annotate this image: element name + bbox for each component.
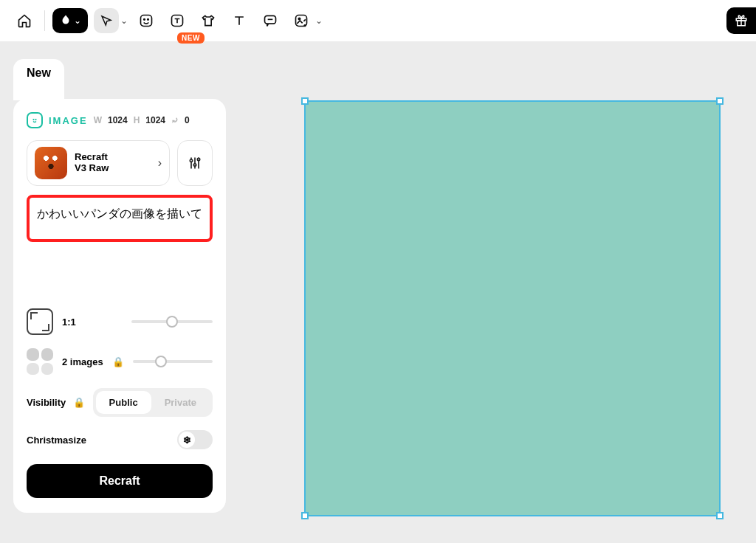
- svg-point-9: [33, 120, 34, 120]
- christmasize-label: Christmasize: [27, 435, 86, 446]
- model-name-line1: Recraft: [75, 152, 109, 163]
- tab-new[interactable]: New: [13, 59, 64, 100]
- model-thumbnail: [35, 147, 67, 179]
- visibility-segmented: Public Private: [93, 388, 213, 417]
- aspect-ratio-row: 1:1: [27, 308, 213, 335]
- prompt-input[interactable]: かわいいパンダの画像を描いて: [27, 195, 213, 242]
- image-count-row: 2 images 🔒: [27, 348, 213, 375]
- snowflake-icon: ❄: [179, 432, 195, 448]
- visibility-row: Visibility 🔒 Public Private: [27, 388, 213, 417]
- resize-handle-br[interactable]: [716, 512, 724, 519]
- comment-tool-button[interactable]: [258, 8, 283, 33]
- model-name-line2: V3 Raw: [75, 163, 109, 174]
- model-selector[interactable]: Recraft V3 Raw ›: [27, 140, 170, 186]
- new-badge: NEW: [177, 32, 205, 44]
- image-count-label: 2 images: [62, 356, 103, 367]
- brand-tool-combo[interactable]: ⌄: [52, 8, 88, 33]
- recraft-button[interactable]: Recraft: [27, 464, 213, 498]
- toolbar-separator: [44, 10, 45, 31]
- aspect-ratio-slider[interactable]: [131, 320, 213, 323]
- select-tool-combo[interactable]: ⌄: [94, 8, 128, 33]
- visibility-label: Visibility: [27, 397, 66, 408]
- image-count-slider[interactable]: [133, 360, 213, 363]
- top-toolbar: ⌄ ⌄ ⌄: [0, 0, 756, 41]
- svg-point-10: [35, 120, 36, 120]
- svg-rect-0: [141, 15, 152, 27]
- chevron-down-icon[interactable]: ⌄: [120, 15, 128, 26]
- canvas-selection[interactable]: [304, 100, 721, 516]
- resize-handle-tl[interactable]: [301, 97, 309, 105]
- model-row: Recraft V3 Raw ›: [27, 140, 213, 186]
- visibility-public[interactable]: Public: [96, 391, 151, 414]
- adjust-button[interactable]: [177, 140, 213, 186]
- width-value: 1024: [108, 115, 128, 125]
- image-type-label: IMAGE: [49, 115, 88, 126]
- generation-panel: IMAGE W 1024 H 1024 ⤾ 0 Recraft V3 Raw ›…: [13, 99, 226, 513]
- lock-icon: 🔒: [112, 356, 124, 367]
- brand-tool-button[interactable]: ⌄: [52, 8, 88, 33]
- svg-point-2: [148, 19, 149, 21]
- aspect-ratio-label: 1:1: [62, 317, 76, 328]
- face-tool-button[interactable]: [134, 8, 159, 33]
- visibility-private[interactable]: Private: [151, 391, 210, 414]
- svg-point-6: [298, 18, 300, 20]
- height-label: H: [134, 115, 140, 125]
- resize-handle-tr[interactable]: [716, 97, 724, 105]
- apparel-tool-button[interactable]: [196, 8, 221, 33]
- image-type-icon: [27, 112, 43, 128]
- lock-icon: 🔒: [73, 397, 85, 408]
- gift-button[interactable]: [726, 7, 756, 34]
- toolbar-right: [726, 0, 756, 41]
- image-count-icon[interactable]: [27, 348, 53, 375]
- resize-handle-bl[interactable]: [301, 512, 309, 519]
- svg-point-13: [197, 158, 199, 160]
- aspect-ratio-icon[interactable]: [27, 308, 53, 335]
- height-value: 1024: [145, 115, 165, 125]
- svg-point-12: [193, 164, 196, 166]
- home-button[interactable]: [12, 8, 37, 33]
- width-label: W: [94, 115, 102, 125]
- christmasize-toggle[interactable]: ❄: [177, 430, 213, 449]
- text-tool-button[interactable]: [227, 8, 252, 33]
- chevron-down-icon[interactable]: ⌄: [315, 15, 323, 26]
- christmasize-row: Christmasize ❄: [27, 430, 213, 449]
- svg-point-11: [190, 159, 192, 162]
- select-tool-button[interactable]: [94, 8, 119, 33]
- text-image-tool-button[interactable]: [165, 8, 190, 33]
- upload-tool-button[interactable]: [289, 8, 314, 33]
- upload-tool-combo[interactable]: ⌄: [289, 8, 323, 33]
- chevron-right-icon: ›: [158, 156, 162, 170]
- meta-row: IMAGE W 1024 H 1024 ⤾ 0: [27, 112, 213, 128]
- svg-point-1: [144, 19, 145, 21]
- rotation-value: 0: [185, 115, 190, 125]
- rotation-icon: ⤾: [171, 115, 179, 125]
